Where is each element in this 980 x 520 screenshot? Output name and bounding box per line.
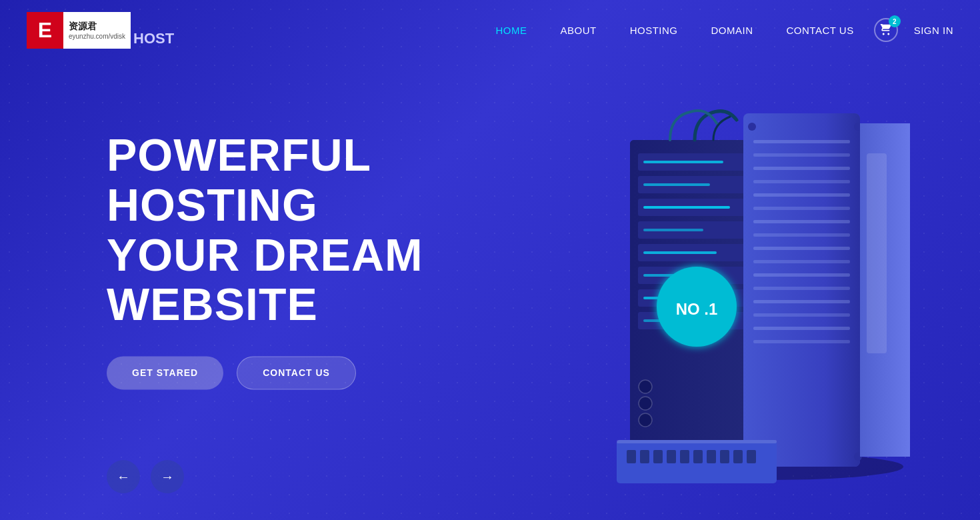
- nav-domain[interactable]: DOMAIN: [711, 25, 753, 36]
- hero-content: POWERFUL HOSTING YOUR DREAM WEBSITE GET …: [0, 130, 423, 389]
- svg-rect-35: [753, 287, 850, 290]
- svg-rect-29: [753, 207, 850, 210]
- cart-count: 2: [889, 15, 901, 27]
- logo-letter: E: [27, 12, 63, 49]
- server-illustration: NO .1: [587, 53, 953, 520]
- svg-rect-49: [627, 450, 636, 463]
- svg-point-40: [748, 123, 756, 131]
- svg-rect-24: [753, 140, 850, 143]
- svg-point-19: [639, 380, 652, 393]
- svg-rect-36: [753, 300, 850, 303]
- nav-about[interactable]: ABOUT: [561, 25, 597, 36]
- svg-point-21: [639, 413, 652, 427]
- svg-rect-14: [643, 229, 703, 231]
- logo-host: HOST: [133, 30, 174, 49]
- svg-rect-31: [753, 233, 850, 237]
- carousel-prev-button[interactable]: ←: [107, 460, 140, 493]
- sign-in-button[interactable]: SIGN IN: [914, 25, 953, 36]
- svg-rect-52: [667, 450, 676, 463]
- svg-rect-38: [753, 327, 850, 330]
- carousel-controls: ← →: [107, 460, 184, 493]
- cart-icon: [880, 24, 892, 36]
- hero-heading: POWERFUL HOSTING YOUR DREAM WEBSITE: [107, 130, 423, 329]
- header: E 资源君 eyunzhu.com/vdisk HOST HOME ABOUT …: [0, 0, 980, 60]
- logo-text: 资源君 eyunzhu.com/vdisk: [63, 12, 131, 49]
- svg-rect-13: [643, 206, 730, 209]
- svg-rect-12: [643, 183, 710, 186]
- svg-rect-30: [753, 220, 850, 223]
- svg-rect-53: [680, 450, 689, 463]
- nav-hosting[interactable]: HOSTING: [630, 25, 678, 36]
- hero-contact-button[interactable]: CONTACT US: [237, 357, 356, 390]
- logo: E 资源君 eyunzhu.com/vdisk HOST: [27, 12, 174, 49]
- svg-point-20: [639, 397, 652, 410]
- svg-rect-58: [747, 450, 756, 463]
- carousel-next-button[interactable]: →: [151, 460, 184, 493]
- svg-rect-57: [733, 450, 743, 463]
- svg-rect-48: [617, 440, 777, 443]
- svg-rect-34: [753, 273, 850, 277]
- svg-rect-26: [753, 167, 850, 170]
- svg-rect-32: [753, 247, 850, 250]
- cart-button[interactable]: 2: [874, 18, 898, 42]
- svg-rect-37: [753, 313, 850, 317]
- svg-rect-25: [753, 153, 850, 157]
- server-svg: NO .1: [603, 87, 937, 487]
- svg-rect-28: [753, 193, 850, 197]
- svg-rect-55: [707, 450, 716, 463]
- hero-buttons: GET STARED CONTACT US: [107, 357, 423, 390]
- svg-rect-27: [753, 180, 850, 183]
- svg-text:NO .1: NO .1: [676, 300, 718, 318]
- svg-rect-50: [640, 450, 649, 463]
- svg-rect-54: [693, 450, 703, 463]
- main-nav: HOME ABOUT HOSTING DOMAIN CONTACT US: [496, 25, 854, 36]
- svg-rect-56: [720, 450, 729, 463]
- svg-rect-46: [867, 153, 887, 353]
- svg-rect-51: [653, 450, 663, 463]
- nav-contact-us[interactable]: CONTACT US: [787, 25, 854, 36]
- svg-rect-33: [753, 260, 850, 263]
- svg-rect-11: [643, 161, 723, 163]
- svg-rect-39: [753, 340, 850, 343]
- svg-rect-15: [643, 251, 717, 254]
- nav-home[interactable]: HOME: [496, 25, 527, 36]
- logo-url: eyunzhu.com/vdisk: [69, 33, 125, 40]
- header-actions: 2 SIGN IN: [874, 18, 953, 42]
- get-started-button[interactable]: GET STARED: [107, 357, 223, 390]
- logo-chinese: 资源君: [69, 21, 125, 33]
